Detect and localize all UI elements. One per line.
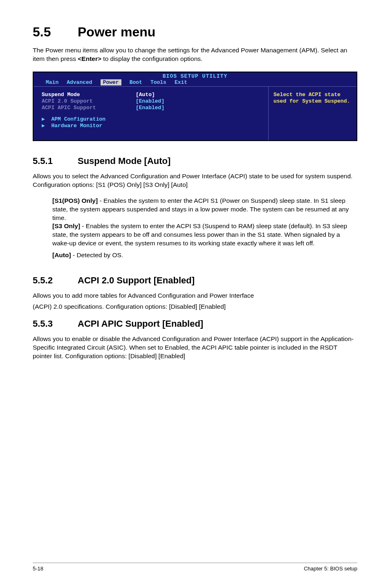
- section-553-number: 5.5.3: [33, 319, 78, 329]
- option-auto: [Auto] - Detected by OS.: [52, 251, 357, 260]
- bios-row-apic: ACPI APIC Support [Enabled]: [42, 105, 264, 111]
- bios-screenshot: BIOS SETUP UTILITY Main Advanced Power B…: [33, 72, 357, 141]
- page-heading: 5.5Power menu: [33, 25, 357, 40]
- bios-help-pane: Select the ACPI state used for System Su…: [269, 87, 356, 140]
- section-551-number: 5.5.1: [33, 156, 78, 166]
- heading-number: 5.5: [33, 25, 78, 40]
- bios-row-acpi20: ACPI 2.0 Support [Enabled]: [42, 98, 264, 104]
- bios-tab-advanced: Advanced: [67, 79, 92, 85]
- bios-suspend-value: [Auto]: [136, 92, 155, 98]
- section-551-options: [S1(POS) Only] - Enables the system to e…: [33, 197, 357, 260]
- section-552-title: ACPI 2.0 Support [Enabled]: [78, 275, 195, 285]
- bios-row-suspend: Suspend Mode [Auto]: [42, 92, 264, 98]
- section-553-title: ACPI APIC Support [Enabled]: [78, 319, 203, 329]
- bios-sub-hardware: ▶ Hardware Monitor: [42, 122, 264, 129]
- bios-left-pane: Suspend Mode [Auto] ACPI 2.0 Support [En…: [34, 87, 269, 140]
- bios-suspend-label: Suspend Mode: [42, 92, 136, 98]
- footer-page-number: 5-18: [33, 566, 43, 572]
- bios-tab-main: Main: [46, 79, 58, 85]
- bios-title: BIOS SETUP UTILITY: [34, 72, 356, 79]
- section-553-body: Allows you to enable or disable the Adva…: [33, 335, 357, 361]
- option-s1pos-bold: [S1(POS) Only]: [52, 197, 98, 204]
- section-551-title: Suspend Mode [Auto]: [78, 156, 170, 166]
- bios-sub-hw-label: Hardware Monitor: [51, 123, 102, 129]
- bios-sub-apm: ▶ APM Configuration: [42, 116, 264, 122]
- section-551-heading: 5.5.1Suspend Mode [Auto]: [33, 156, 357, 166]
- option-auto-text: - Detected by OS.: [71, 251, 123, 258]
- option-s3only: [S3 Only] - Enables the system to enter …: [52, 222, 357, 248]
- section-552-line2: (ACPI) 2.0 specifications. Configuration…: [33, 303, 357, 311]
- page-footer: 5-18 Chapter 5: BIOS setup: [33, 563, 357, 572]
- bios-acpi20-value: [Enabled]: [136, 98, 164, 104]
- intro-paragraph: The Power menu items allow you to change…: [33, 46, 357, 63]
- heading-title: Power menu: [78, 25, 155, 39]
- option-s1pos: [S1(POS) Only] - Enables the system to e…: [52, 197, 357, 222]
- bios-tab-exit: Exit: [175, 79, 187, 85]
- option-auto-bold: [Auto]: [52, 251, 71, 258]
- bios-tabs: Main Advanced Power Boot Tools Exit: [34, 79, 356, 86]
- section-552-number: 5.5.2: [33, 275, 78, 286]
- bios-sub-apm-label: APM Configuration: [51, 116, 105, 122]
- bios-tab-power: Power: [101, 79, 121, 85]
- bios-tab-boot: Boot: [130, 79, 142, 85]
- section-552-heading: 5.5.2ACPI 2.0 Support [Enabled]: [33, 275, 357, 286]
- option-s3only-bold: [S3 Only]: [52, 222, 80, 229]
- bios-submenus: ▶ APM Configuration ▶ Hardware Monitor: [42, 116, 264, 129]
- bios-apic-label: ACPI APIC Support: [42, 105, 136, 111]
- option-s3only-text: - Enables the system to enter the ACPI S…: [52, 222, 347, 247]
- bios-apic-value: [Enabled]: [136, 105, 164, 111]
- bios-body: Suspend Mode [Auto] ACPI 2.0 Support [En…: [34, 86, 356, 140]
- intro-enter-key: <Enter>: [78, 55, 101, 62]
- bios-acpi20-label: ACPI 2.0 Support: [42, 98, 136, 104]
- section-551-body: Allows you to select the Advanced Config…: [33, 172, 357, 189]
- footer-chapter: Chapter 5: BIOS setup: [304, 566, 357, 572]
- section-553-heading: 5.5.3ACPI APIC Support [Enabled]: [33, 319, 357, 329]
- intro-text-after: to display the configuration options.: [101, 55, 202, 62]
- section-552-line1: Allows you to add more tables for Advanc…: [33, 292, 357, 300]
- bios-tab-tools: Tools: [150, 79, 166, 85]
